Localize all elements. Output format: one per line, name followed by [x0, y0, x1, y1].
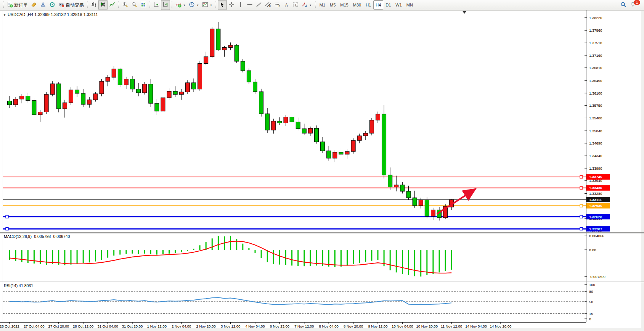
line-handle[interactable] [6, 228, 8, 230]
arrows-button[interactable]: ▼ [300, 0, 313, 10]
tile-windows-icon [140, 2, 146, 9]
candle-body [81, 93, 85, 104]
time-tick-label: 31 Oct 20:00 [122, 324, 143, 328]
new-order-button[interactable]: 新订单 [5, 0, 29, 10]
toolbar-grip[interactable] [215, 2, 217, 8]
candle-body [265, 114, 270, 130]
horizontal-line-button[interactable] [245, 0, 254, 10]
timeframe-m30-button[interactable]: M30 [351, 0, 363, 10]
candle-body [198, 63, 202, 89]
templates-button[interactable]: ▼ [201, 0, 214, 10]
market-watch-button[interactable] [48, 0, 57, 10]
channel-button[interactable]: E [263, 0, 273, 10]
templates-icon [202, 2, 208, 9]
line-handle[interactable] [580, 228, 583, 230]
tile-windows-button[interactable] [139, 0, 148, 10]
chevron-down-icon: ▼ [3, 13, 6, 17]
channel-icon: E [265, 2, 271, 9]
candle-body [26, 96, 30, 100]
candle-body [173, 91, 177, 94]
timeframe-h4-button[interactable]: H4 [373, 0, 383, 10]
time-tick-label: 3 Nov 12:00 [221, 324, 240, 328]
bars-chart-button[interactable] [89, 0, 98, 10]
price-tick-label: 1.38220 [589, 16, 602, 20]
price-tick-label: 1.35040 [589, 129, 602, 133]
line-handle[interactable] [580, 215, 583, 218]
autotrade-label: 自动交易 [66, 2, 84, 8]
time-tick-label: 11 Nov 12:00 [441, 324, 462, 328]
zoom-out-button[interactable] [130, 0, 139, 10]
timeframe-m15-button[interactable]: M15 [338, 0, 350, 10]
search-button[interactable] [619, 0, 628, 10]
toolbar-grip[interactable] [3, 2, 4, 8]
timeframe-w1-button[interactable]: W1 [393, 0, 404, 10]
time-tick-label: 2 Nov 04:00 [172, 324, 191, 328]
chart-shift-icon [162, 2, 169, 9]
candle-body [124, 79, 128, 85]
candle-body [14, 99, 18, 105]
candle-body [382, 114, 386, 175]
macd-indicator-label: MACD(12,26,9) -0.005798 -0.006740 [4, 234, 70, 239]
price-tick-label: 1.35750 [589, 103, 602, 108]
fibonacci-button[interactable]: F [273, 0, 282, 10]
candle-body [369, 120, 374, 133]
periods-button[interactable]: ▼ [187, 0, 201, 10]
candle-body [75, 90, 79, 93]
autotrade-button[interactable]: 自动交易 [57, 0, 85, 10]
timeframe-mn-button[interactable]: MN [404, 0, 415, 10]
toolbar-grip[interactable] [315, 2, 316, 8]
chart-svg: 1.382201.378601.375101.371601.368101.364… [0, 10, 644, 331]
candle-body [20, 96, 24, 99]
trendline-button[interactable] [254, 0, 263, 10]
candle-body [388, 175, 392, 187]
chart-title[interactable]: ▼USDCAD-,H4 1.32899 1.33132 1.32818 1.33… [3, 12, 98, 17]
timeframe-d1-button[interactable]: D1 [383, 0, 393, 10]
chart-shift-button[interactable] [161, 0, 170, 10]
price-line-label-text: 1.32287 [589, 227, 602, 231]
time-tick-label: 28 Oct 12:00 [73, 324, 93, 328]
text-button[interactable]: A [282, 0, 291, 10]
candle-body [333, 152, 337, 158]
crosshair-button[interactable] [227, 0, 236, 10]
svg-text:E: E [269, 5, 271, 7]
auto-scroll-button[interactable] [152, 0, 161, 10]
line-handle[interactable] [580, 186, 583, 189]
toolbar-grip[interactable] [149, 2, 151, 8]
label-button[interactable]: T [291, 0, 300, 10]
timeframe-m5-button[interactable]: M5 [328, 0, 338, 10]
line-handle[interactable] [6, 215, 8, 218]
periods-icon [189, 2, 195, 9]
line-handle[interactable] [580, 175, 583, 178]
vertical-line-button[interactable] [236, 0, 245, 10]
profile-icon [40, 2, 46, 9]
indicators-button[interactable]: ▼ [174, 0, 187, 10]
candle-body [32, 101, 36, 115]
cursor-button[interactable] [218, 0, 227, 10]
toolbar-grip[interactable] [87, 2, 88, 8]
notifications-button[interactable]: 1 [631, 1, 639, 9]
price-line-label-text: 1.33436 [589, 186, 602, 190]
price-line-label-text: 1.33111 [589, 198, 602, 202]
line-handle[interactable] [580, 204, 583, 207]
time-tick-label: 27 Oct 20:00 [48, 324, 69, 328]
new-order-icon [7, 2, 13, 9]
timeframe-h1-button[interactable]: H1 [363, 0, 373, 10]
zoom-out-icon [131, 2, 137, 9]
profile-button[interactable] [39, 0, 48, 10]
time-tick-label: 10 Nov 04:00 [392, 324, 413, 328]
timeframe-m1-button[interactable]: M1 [317, 0, 328, 10]
journal-button[interactable] [29, 0, 39, 10]
toolbar-grip[interactable] [171, 2, 173, 8]
zoom-in-button[interactable] [120, 0, 130, 10]
candle-body [130, 79, 135, 89]
line-chart-button[interactable] [108, 0, 117, 10]
candle-body [394, 185, 398, 187]
market-icon [49, 2, 55, 9]
candle-body [216, 29, 220, 50]
time-tick-label: 8 Nov 20:00 [344, 324, 363, 328]
chevron-down-icon: ▼ [210, 4, 212, 6]
candles-chart-button[interactable] [98, 0, 108, 10]
toolbar-grip[interactable] [118, 2, 119, 8]
trendline-icon [256, 2, 262, 9]
candle-body [413, 198, 417, 206]
